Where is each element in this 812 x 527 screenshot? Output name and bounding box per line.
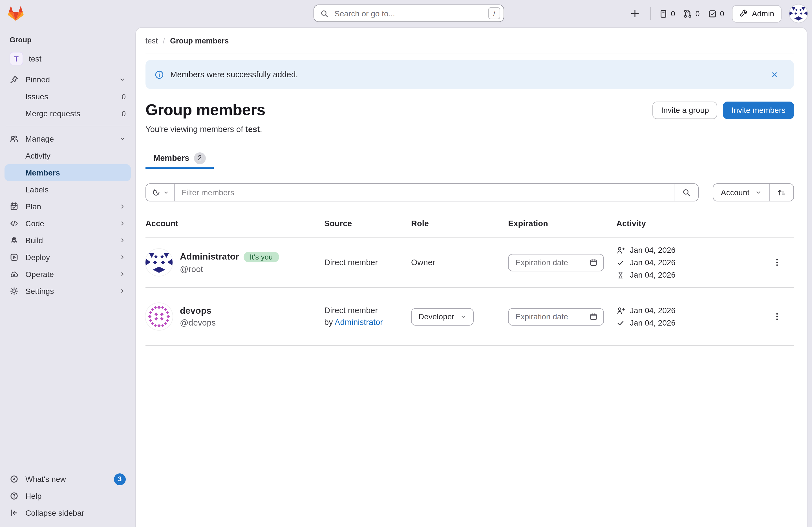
tabs-bar: Members 2 — [145, 147, 794, 169]
top-bar-right: 0 0 0 Admin — [628, 0, 808, 27]
users-icon — [10, 134, 19, 143]
filter-history-button[interactable] — [146, 184, 175, 201]
sidebar-item-issues[interactable]: Issues 0 — [4, 88, 131, 105]
cloud-icon — [10, 270, 19, 279]
history-icon — [151, 188, 160, 197]
settings-label: Settings — [25, 287, 54, 296]
pin-icon — [10, 75, 19, 84]
source-cell: Direct member — [324, 256, 411, 268]
activity-date: Jan 04, 2026 — [630, 258, 676, 267]
sidebar-item-help[interactable]: Help — [4, 487, 131, 504]
admin-button[interactable]: Admin — [732, 5, 782, 22]
wrench-icon — [740, 9, 748, 18]
column-header-activity: Activity — [616, 219, 760, 228]
role-dropdown[interactable]: Developer — [411, 308, 474, 325]
expiration-date-field[interactable]: Expiration date — [508, 254, 604, 271]
deploy-label: Deploy — [25, 253, 50, 262]
create-new-button[interactable] — [628, 6, 642, 21]
row-actions-menu-button[interactable] — [769, 309, 785, 325]
chevron-down-icon — [460, 313, 466, 319]
activity-label: Activity — [25, 151, 50, 160]
sidebar-item-code[interactable]: Code — [4, 215, 131, 232]
pinned-label: Pinned — [25, 75, 50, 84]
sidebar-collapse-icon — [10, 508, 19, 517]
column-header-account: Account — [145, 219, 324, 228]
member-avatar[interactable] — [145, 303, 173, 330]
alert-dismiss-button[interactable] — [770, 67, 785, 82]
filter-members-input[interactable] — [175, 184, 674, 201]
search-icon — [682, 188, 691, 197]
member-username: @root — [180, 264, 279, 273]
activity-date: Jan 04, 2026 — [630, 306, 676, 315]
global-search[interactable]: / — [314, 4, 504, 22]
member-username: @devops — [180, 318, 216, 327]
gitlab-logo-icon[interactable] — [8, 6, 24, 22]
todos-count: 0 — [720, 9, 724, 18]
activity-created: Jan 04, 2026 — [616, 304, 760, 316]
row-actions-menu-button[interactable] — [769, 255, 785, 270]
expiration-cell: Expiration date — [508, 254, 616, 271]
chevron-down-icon — [755, 189, 762, 196]
expiration-date-field[interactable]: Expiration date — [508, 308, 604, 325]
calendar-icon — [589, 258, 598, 267]
close-icon — [770, 70, 779, 79]
invite-members-button[interactable]: Invite members — [723, 101, 794, 119]
top-bar: / 0 0 0 Admin — [0, 0, 812, 27]
sidebar-item-build[interactable]: Build — [4, 232, 131, 249]
rocket-icon — [10, 236, 19, 245]
member-name-link[interactable]: Administrator — [180, 252, 239, 262]
sidebar-item-plan[interactable]: Plan — [4, 198, 131, 215]
search-icon — [320, 9, 329, 18]
user-avatar[interactable] — [789, 4, 808, 23]
sidebar-item-deploy[interactable]: Deploy — [4, 249, 131, 266]
help-label: Help — [25, 492, 42, 500]
build-label: Build — [25, 236, 43, 245]
sort-ascending-icon — [777, 188, 786, 197]
sidebar-item-activity[interactable]: Activity — [4, 147, 131, 164]
breadcrumb-group-link[interactable]: test — [145, 37, 158, 45]
member-avatar[interactable] — [145, 249, 173, 276]
sidebar-item-whats-new[interactable]: What's new 3 — [4, 471, 131, 487]
main-panel: test / Group members Members were succes… — [135, 27, 808, 527]
hourglass-icon — [616, 271, 625, 279]
issues-count: 0 — [671, 9, 675, 18]
search-input[interactable] — [333, 8, 488, 18]
user-plus-icon — [616, 246, 625, 254]
sidebar-footer: What's new 3 Help Collapse sidebar — [0, 471, 135, 521]
expiration-placeholder: Expiration date — [516, 312, 568, 321]
sidebar-item-merge-requests[interactable]: Merge requests 0 — [4, 105, 131, 122]
column-header-role: Role — [411, 219, 508, 228]
tab-members[interactable]: Members 2 — [145, 147, 214, 169]
success-alert: Members were successfully added. — [145, 60, 794, 89]
sidebar-item-operate[interactable]: Operate — [4, 266, 131, 283]
collapse-sidebar-button[interactable]: Collapse sidebar — [4, 504, 131, 521]
invite-a-group-button[interactable]: Invite a group — [653, 101, 717, 119]
sidebar-item-pinned[interactable]: Pinned — [4, 71, 131, 88]
member-name-link[interactable]: devops — [180, 306, 212, 316]
chevron-down-icon — [119, 76, 126, 83]
breadcrumb-current-page: Group members — [170, 37, 229, 45]
manage-label: Manage — [25, 134, 54, 143]
column-header-expiration: Expiration — [508, 219, 616, 228]
source-by-link[interactable]: Administrator — [335, 318, 383, 327]
source-type: Direct member — [324, 305, 411, 316]
admin-label: Admin — [752, 9, 774, 18]
sidebar-item-members[interactable]: Members — [4, 164, 131, 181]
kebab-menu-icon — [772, 258, 782, 267]
sidebar-item-labels[interactable]: Labels — [4, 181, 131, 198]
merge-requests-counter[interactable]: 0 — [683, 9, 700, 18]
sidebar-item-manage[interactable]: Manage — [4, 130, 131, 147]
issues-counter[interactable]: 0 — [658, 9, 675, 18]
account-cell: devops @devops — [145, 303, 324, 330]
todos-counter[interactable]: 0 — [708, 9, 724, 18]
devops-identicon — [145, 303, 173, 330]
sidebar-item-settings[interactable]: Settings — [4, 283, 131, 300]
sidebar-item-group-test[interactable]: T test — [4, 49, 131, 68]
source-cell: Direct member by Administrator — [324, 305, 411, 328]
kebab-menu-icon — [772, 312, 782, 321]
issues-label: Issues — [25, 92, 48, 101]
sort-direction-button[interactable] — [769, 184, 793, 201]
filter-search-button[interactable] — [674, 184, 698, 201]
sort-by-dropdown[interactable]: Account — [714, 184, 769, 201]
plan-label: Plan — [25, 202, 41, 211]
